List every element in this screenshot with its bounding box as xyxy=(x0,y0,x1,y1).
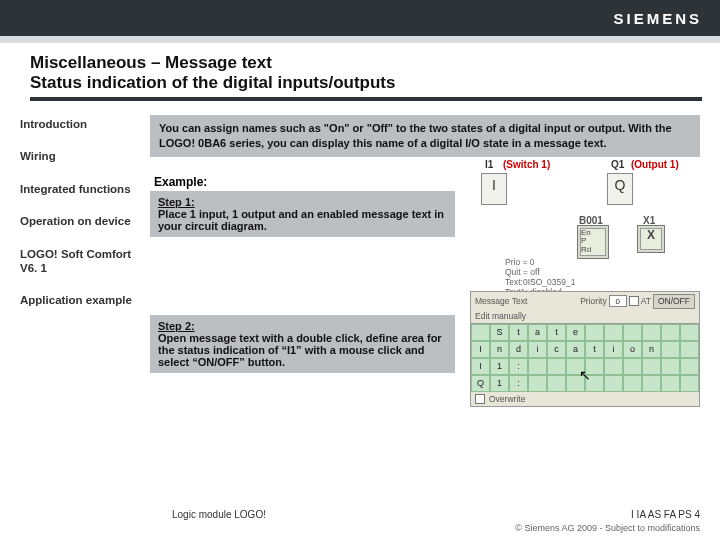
grid-row-2: I1: xyxy=(471,358,699,375)
brand-logo: SIEMENS xyxy=(613,10,702,27)
grid-cell[interactable] xyxy=(661,341,680,358)
grid-row-0: State xyxy=(471,324,699,341)
q1-id: Q1 xyxy=(611,159,624,170)
grid-cell[interactable] xyxy=(642,358,661,375)
grid-cell[interactable]: t xyxy=(509,324,528,341)
top-bar: SIEMENS xyxy=(0,0,720,36)
grid-cell[interactable] xyxy=(604,324,623,341)
grid-cell[interactable] xyxy=(661,358,680,375)
grid-cell[interactable]: 1 xyxy=(490,358,509,375)
sidebar-item-integrated-functions[interactable]: Integrated functions xyxy=(20,182,136,196)
page-title-2: Status indication of the digital inputs/… xyxy=(30,73,702,93)
grid-cell[interactable] xyxy=(680,341,699,358)
output-glyph: Q xyxy=(615,178,626,192)
grid-cell[interactable] xyxy=(528,375,547,392)
ack-checkbox[interactable] xyxy=(629,296,639,306)
grid-row-3: Q1: xyxy=(471,375,699,392)
q1-annotation: (Output 1) xyxy=(631,159,679,170)
b001-block: En P Rd xyxy=(577,225,609,259)
edit-manually-label[interactable]: Edit manually xyxy=(475,311,526,321)
sidebar-item-introduction[interactable]: Introduction xyxy=(20,117,136,131)
grid-cell[interactable]: i xyxy=(528,341,547,358)
page-title-1: Miscellaneous – Message text xyxy=(30,53,702,73)
grid-cell[interactable]: c xyxy=(547,341,566,358)
grid-cell[interactable]: 1 xyxy=(490,375,509,392)
grid-cell[interactable]: o xyxy=(623,341,642,358)
overwrite-checkbox[interactable] xyxy=(475,394,485,404)
grid-cell[interactable] xyxy=(604,375,623,392)
grid-cell[interactable]: : xyxy=(509,375,528,392)
overwrite-label: Overwrite xyxy=(489,394,525,404)
grid-cell[interactable] xyxy=(661,324,680,341)
step-1-text: Place 1 input, 1 output and an enabled m… xyxy=(158,208,444,232)
grid-cell[interactable]: t xyxy=(547,324,566,341)
example-label: Example: xyxy=(154,175,455,189)
param-quit: Quit = off xyxy=(505,267,540,277)
grid-cell[interactable] xyxy=(661,375,680,392)
sidebar-item-wiring[interactable]: Wiring xyxy=(20,149,136,163)
title-block: Miscellaneous – Message text Status indi… xyxy=(30,53,702,101)
step-2-heading: Step 2: xyxy=(158,320,195,332)
sidebar-item-operation-on-device[interactable]: Operation on device xyxy=(20,214,136,228)
grid-cell[interactable] xyxy=(623,324,642,341)
grid-cell[interactable] xyxy=(471,324,490,341)
input-glyph: I xyxy=(492,178,496,192)
grid-cell[interactable] xyxy=(604,358,623,375)
intro-text-box: You can assign names such as "On" or "Of… xyxy=(150,115,700,157)
grid-cell[interactable] xyxy=(623,375,642,392)
grid-cell[interactable]: I xyxy=(471,341,490,358)
i1-id: I1 xyxy=(485,159,493,170)
output-q1-icon: Q xyxy=(607,173,633,205)
grid-cell[interactable]: S xyxy=(490,324,509,341)
grid-cell[interactable] xyxy=(680,324,699,341)
grid-cell[interactable]: I xyxy=(471,358,490,375)
grid-cell[interactable] xyxy=(547,358,566,375)
message-panel-toolbar: Message Text Priority 0 AT ON/OFF Edit m… xyxy=(471,292,699,324)
grid-row-1: Indication xyxy=(471,341,699,358)
grid-cell[interactable]: d xyxy=(509,341,528,358)
grid-cell[interactable] xyxy=(547,375,566,392)
grid-cell[interactable]: e xyxy=(566,324,585,341)
msg-text-label: Message Text xyxy=(475,296,527,306)
grid-cell[interactable]: n xyxy=(642,341,661,358)
input-i1-icon: I xyxy=(481,173,507,205)
footer-copyright: © Siemens AG 2009 - Subject to modificat… xyxy=(515,523,700,533)
step-2-box: Step 2: Open message text with a double … xyxy=(150,315,455,373)
step-1-box: Step 1: Place 1 input, 1 output and an e… xyxy=(150,191,455,237)
grid-cell[interactable] xyxy=(566,375,585,392)
grid-cell[interactable] xyxy=(585,358,604,375)
grid-cell[interactable]: : xyxy=(509,358,528,375)
title-underline xyxy=(30,97,702,101)
grid-cell[interactable] xyxy=(680,358,699,375)
grid-cell[interactable] xyxy=(528,358,547,375)
footer-right-code: I IA AS FA PS 4 xyxy=(631,509,700,520)
diagram-area: (Switch 1) I1 I (Output 1) Q1 Q B001 En … xyxy=(463,157,700,407)
footer-left: Logic module LOGO! xyxy=(172,509,266,520)
grid-cell[interactable] xyxy=(680,375,699,392)
grid-cell[interactable] xyxy=(642,324,661,341)
grid-cell[interactable]: n xyxy=(490,341,509,358)
message-grid[interactable]: State Indication I1: Q1: xyxy=(471,324,699,392)
grid-cell[interactable] xyxy=(623,358,642,375)
sub-bar xyxy=(0,36,720,43)
grid-cell[interactable] xyxy=(566,358,585,375)
grid-cell[interactable]: Q xyxy=(471,375,490,392)
step-1-heading: Step 1: xyxy=(158,196,195,208)
grid-cell[interactable]: t xyxy=(585,341,604,358)
priority-field[interactable]: 0 xyxy=(609,295,627,307)
grid-cell[interactable] xyxy=(585,375,604,392)
param-text0: Text:0ISO_0359_1 xyxy=(505,277,575,287)
i1-annotation: (Switch 1) xyxy=(503,159,550,170)
grid-cell[interactable]: a xyxy=(566,341,585,358)
priority-label: Priority xyxy=(580,296,606,306)
content-area: You can assign names such as "On" or "Of… xyxy=(150,115,700,407)
message-text-panel: Message Text Priority 0 AT ON/OFF Edit m… xyxy=(470,291,700,407)
grid-cell[interactable]: a xyxy=(528,324,547,341)
grid-cell[interactable] xyxy=(585,324,604,341)
grid-cell[interactable] xyxy=(642,375,661,392)
step-2-text: Open message text with a double click, d… xyxy=(158,332,442,368)
grid-cell[interactable]: i xyxy=(604,341,623,358)
sidebar-item-logo-soft-comfort[interactable]: LOGO! Soft Comfort V6. 1 xyxy=(20,247,136,276)
onoff-button[interactable]: ON/OFF xyxy=(653,294,695,309)
sidebar-item-application-example[interactable]: Application example xyxy=(20,293,136,307)
